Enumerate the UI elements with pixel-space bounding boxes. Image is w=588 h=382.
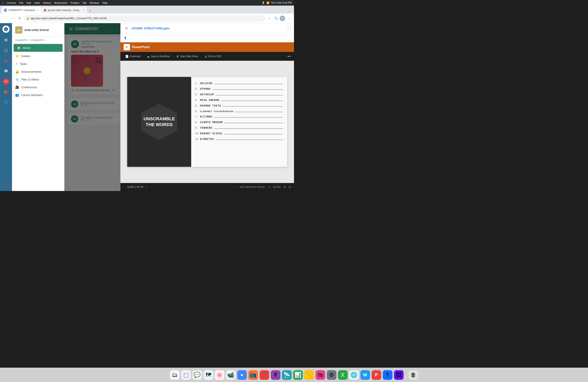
sidebar-item-conferences[interactable]: 🎥 Conferences <box>12 83 64 91</box>
tab-close-google[interactable]: ✕ <box>83 9 84 12</box>
school-header: AU Arab Unity School <box>12 23 64 37</box>
tasks-nav-icon: ✓ <box>15 62 18 66</box>
menu-profiles[interactable]: Profiles <box>71 1 79 4</box>
sidebar-item-grades[interactable]: ⭐ Grades <box>12 52 64 60</box>
sidebar-chat-icon[interactable]: 💬 <box>3 68 9 74</box>
address-bar: ← → ↻ 🔒 app.edu-nation.net/a/PrivateArea… <box>0 14 294 23</box>
print-icon: 🖨 <box>204 55 207 58</box>
word-item-2: 2. OTPRNO <box>195 87 283 91</box>
apple-icon[interactable]:  <box>2 1 3 5</box>
course-sidebar: AU Arab Unity School CHEMISTRY - 9 CHEMI… <box>12 23 64 191</box>
sidebar-gift-icon[interactable]: 🎁 <box>3 89 9 95</box>
unscramble-title: UNSCRAMBLE THE WORDS <box>140 116 179 128</box>
sidebar-home-icon[interactable]: ⊞ <box>3 37 9 43</box>
menu-tab[interactable]: Tab <box>83 1 87 4</box>
sidebar-translate-icon[interactable]: 🌐 <box>3 99 9 105</box>
download-toolbar-icon: 📄 <box>125 55 129 58</box>
ppt-toolbar: 📄 Download ☁ Save to OneDrive 🖥 Start Sl… <box>120 52 294 61</box>
word-item-3: 3. OETSOISP <box>195 93 283 96</box>
start-slideshow-button[interactable]: 🖥 Start Slide Show <box>175 54 200 59</box>
toolbar-more-button[interactable]: ••• <box>287 55 291 58</box>
sidebar-item-files[interactable]: 📎 Files & Videos <box>12 76 64 83</box>
slide-content: UNSCRAMBLE THE WORDS 1. UELSCUN <box>127 77 287 167</box>
print-pdf-label: Print to PDF <box>209 55 221 58</box>
sidebar-help-icon[interactable]: ❓ <box>3 182 9 189</box>
download-label: Download <box>130 55 140 58</box>
view-options-icon[interactable]: ⊞ <box>284 186 286 188</box>
menu-edit[interactable]: Edit <box>27 1 31 4</box>
files-nav-icon: 📎 <box>15 77 19 81</box>
tab-close-chemistry[interactable]: ✕ <box>37 9 39 12</box>
powerpoint-logo: P <box>124 44 130 50</box>
onedrive-icon: ☁ <box>147 55 150 58</box>
svg-text:AU: AU <box>17 29 21 32</box>
ppt-overlay: ✕ ATOMIC STRUCTURE.pptx ⛶ ⬇ P PowerPoint <box>64 23 294 191</box>
slide-left-panel: UNSCRAMBLE THE WORDS <box>127 77 191 167</box>
tab-bar: Ch CHEMISTRY | Edunation ✕ ground state … <box>0 6 294 14</box>
menu-button[interactable]: ⋮ <box>286 16 292 21</box>
word-item-4: 4. MSSA UNERMB <box>195 98 283 102</box>
word-line-11 <box>216 140 283 140</box>
menu-bookmarks[interactable]: Bookmarks <box>54 1 67 4</box>
notes-label[interactable]: NOTES <box>273 186 281 188</box>
url-input[interactable]: 🔒 app.edu-nation.net/a/PrivateArea/MDL_C… <box>24 15 265 21</box>
sidebar-item-announcements[interactable]: 🔔 Announcements <box>12 68 64 76</box>
menu-chrome[interactable]: Chrome <box>7 1 16 4</box>
ppt-expand-button[interactable]: ⛶ <box>288 27 291 30</box>
announcements-nav-icon: 🔔 <box>15 70 19 74</box>
prev-slide-button[interactable]: ‹ <box>124 185 125 189</box>
powerpoint-header: P PowerPoint <box>120 42 294 52</box>
sidebar-item-members[interactable]: 👥 Course Members <box>12 91 64 99</box>
download-icon: ⬇ <box>124 36 127 40</box>
notes-icon: ✏ <box>268 186 270 188</box>
word-item-1: 1. UELSCUN <box>195 82 283 85</box>
tab-label-chemistry: CHEMISTRY | Edunation <box>8 9 35 12</box>
word-item-5: 5. GOURND TSETA <box>195 104 283 107</box>
ppt-close-button[interactable]: ✕ <box>124 26 129 31</box>
menu-file[interactable]: File <box>19 1 23 4</box>
tab-expand-button[interactable]: ⌄ <box>287 9 293 14</box>
edunation-logo[interactable]: e <box>2 26 10 33</box>
menu-window[interactable]: Window <box>90 1 99 4</box>
word-item-10: 10. EERGNY SLEVEL <box>195 132 283 135</box>
print-pdf-button[interactable]: 🖨 Print to PDF <box>203 54 223 59</box>
menu-help[interactable]: Help <box>102 1 108 4</box>
reload-button[interactable]: ↻ <box>17 16 22 21</box>
sidebar-subject-icon[interactable]: Ch <box>3 78 9 85</box>
more-icon: ••• <box>287 55 291 58</box>
members-nav-icon: 👥 <box>15 93 19 97</box>
menu-history[interactable]: History <box>43 1 51 4</box>
word-line-7 <box>214 117 283 117</box>
sidebar-dashboard-icon[interactable]: ◫ <box>3 47 9 54</box>
settings-icon[interactable]: ⚙ <box>289 186 291 188</box>
tasks-label: Tasks <box>20 62 27 66</box>
slide-area: UNSCRAMBLE THE WORDS 1. UELSCUN <box>120 61 294 183</box>
search-labs-icon[interactable]: 🔍 <box>273 16 279 21</box>
profile-icon[interactable]: A <box>280 16 285 21</box>
course-breadcrumb: CHEMISTRY - 9 CHEMISTRY ... <box>12 37 64 43</box>
announcements-label: Announcements <box>21 70 42 73</box>
help-improve-label[interactable]: HELP IMPROVE OFFICE <box>240 186 265 188</box>
word-line-5 <box>223 106 283 107</box>
bookmark-button[interactable]: ☆ <box>267 16 273 21</box>
download-button[interactable]: 📄 Download <box>124 54 142 59</box>
new-tab-button[interactable]: + <box>87 8 93 14</box>
menu-view[interactable]: View <box>34 1 40 4</box>
sidebar-item-home[interactable]: 🏠 Home <box>14 44 63 52</box>
ppt-download-bar: ⬇ <box>120 34 294 42</box>
forward-button[interactable]: → <box>10 16 15 21</box>
sidebar-bookmark-icon[interactable]: 🔖 <box>3 57 9 64</box>
back-button[interactable]: ← <box>2 16 8 21</box>
word-line-2 <box>212 90 283 90</box>
battery-icon: 🔋 <box>262 1 265 4</box>
grades-label: Grades <box>21 55 30 58</box>
sidebar-item-tasks[interactable]: ✓ Tasks <box>12 60 64 68</box>
members-label: Course Members <box>21 94 42 97</box>
word-line-10 <box>224 134 283 134</box>
tab-google[interactable]: ground state meaning - Goog... ✕ <box>42 7 87 14</box>
save-onedrive-button[interactable]: ☁ Save to OneDrive <box>145 54 171 59</box>
next-slide-button[interactable]: › <box>146 185 147 189</box>
tab-chemistry[interactable]: Ch CHEMISTRY | Edunation ✕ <box>1 7 41 14</box>
ppt-titlebar: ✕ ATOMIC STRUCTURE.pptx ⛶ <box>120 23 294 34</box>
word-item-7: 7. ALITBRO <box>195 115 283 118</box>
